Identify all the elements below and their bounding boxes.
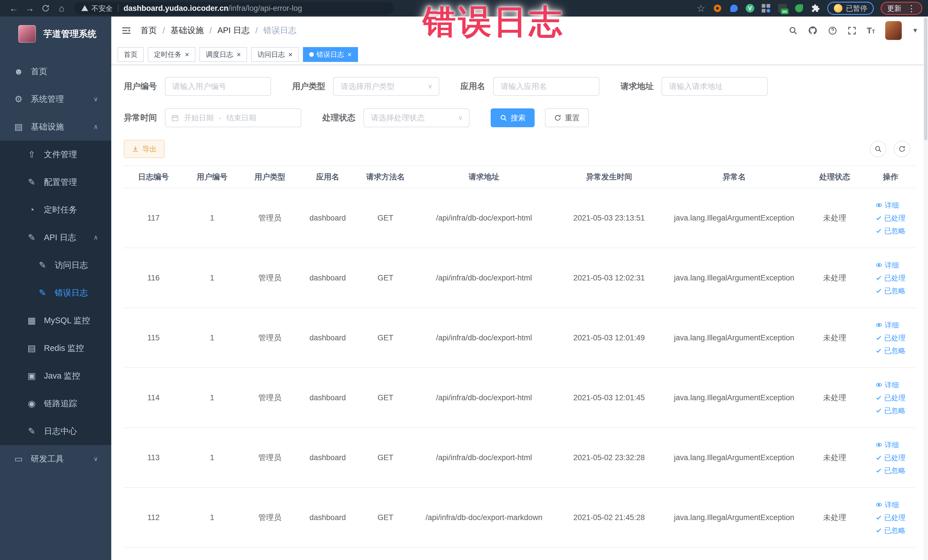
error-log-table: 日志编号用户编号用户类型应用名请求方法名请求地址异常发生时间异常名处理状态操作 … [124, 165, 916, 548]
address-bar[interactable]: 不安全 dashboard.yudao.iocoder.cn/infra/log… [74, 2, 394, 15]
end-date-placeholder[interactable]: 结束日期 [226, 113, 256, 123]
export-button[interactable]: 导出 [124, 140, 165, 158]
action-ignored-link[interactable]: 已忽略 [876, 466, 905, 475]
breadcrumb-item[interactable]: 基础设施 [171, 25, 204, 36]
action-processed-link[interactable]: 已处理 [876, 333, 905, 343]
breadcrumb-item[interactable]: 首页 [140, 25, 157, 36]
sidebar-item-file[interactable]: ⇧文件管理 [0, 140, 111, 168]
extension-donut-icon[interactable] [713, 3, 722, 13]
sidebar-item-java[interactable]: ▣Java 监控 [0, 362, 111, 390]
close-icon[interactable]: × [237, 51, 241, 58]
user-id-input[interactable] [165, 77, 271, 96]
help-icon[interactable] [828, 26, 837, 35]
collapse-sidebar-icon[interactable] [121, 25, 132, 36]
extension-grid-icon[interactable] [761, 3, 771, 13]
action-processed-link[interactable]: 已处理 [876, 393, 905, 403]
extensions-puzzle-icon[interactable] [811, 3, 820, 13]
fullscreen-icon[interactable] [847, 26, 856, 35]
sidebar-logo[interactable]: 芋道管理系统 [0, 17, 111, 50]
request-url-input[interactable] [662, 77, 768, 96]
refresh-table-button[interactable] [894, 140, 910, 157]
column-header: 处理状态 [804, 166, 865, 188]
tab-错误日志[interactable]: 错误日志× [303, 47, 358, 62]
browser-update-button[interactable]: 更新 ⋮ [881, 2, 922, 15]
action-detail-link[interactable]: 详细 [876, 440, 905, 450]
security-chip[interactable]: 不安全 [81, 4, 113, 13]
action-detail-link[interactable]: 详细 [876, 500, 905, 510]
sidebar-item-label: 访问日志 [55, 259, 88, 271]
sidebar-item-dev-tools[interactable]: ▭研发工具∨ [0, 445, 111, 473]
action-detail-link[interactable]: 详细 [876, 320, 905, 330]
extension-leaf-icon[interactable] [794, 3, 804, 13]
tab-定时任务[interactable]: 定时任务× [148, 47, 195, 62]
action-ignored-link[interactable]: 已忽略 [876, 286, 905, 296]
extension-shield-icon[interactable] [729, 3, 739, 13]
filter-process-status: 处理状态 请选择处理状态 ∨ [322, 108, 470, 127]
action-ignored-link[interactable]: 已忽略 [876, 526, 905, 535]
search-button[interactable]: 搜索 [491, 108, 534, 127]
action-ignored-link[interactable]: 已忽略 [876, 226, 905, 236]
font-size-icon[interactable]: TT [867, 26, 875, 35]
forward-icon[interactable]: → [22, 2, 38, 15]
sidebar-item-log-center[interactable]: ✎日志中心 [0, 417, 111, 445]
sidebar-item-label: Redis 监控 [44, 343, 84, 354]
app-name-cell: dashboard [299, 428, 357, 488]
reset-button[interactable]: 重置 [545, 108, 589, 127]
action-detail-link[interactable]: 详细 [876, 261, 905, 270]
action-processed-link[interactable]: 已处理 [876, 273, 905, 283]
action-detail-link[interactable]: 详细 [876, 380, 905, 390]
request-url-cell: /api/infra/db-doc/export-markdown [414, 488, 553, 548]
action-processed-link[interactable]: 已处理 [876, 214, 905, 223]
user-type-select[interactable]: 请选择用户类型 ∨ [333, 77, 439, 96]
start-date-placeholder[interactable]: 开始日期 [184, 113, 214, 123]
close-icon[interactable]: × [185, 51, 189, 58]
action-label: 已处理 [884, 513, 905, 522]
calendar-icon [171, 114, 179, 122]
sidebar-item-error-log[interactable]: ✎错误日志 [0, 279, 111, 307]
date-range-picker[interactable]: 开始日期 - 结束日期 [165, 108, 301, 127]
process-status-select[interactable]: 请选择处理状态 ∨ [363, 108, 470, 127]
sidebar-item-config[interactable]: ✎配置管理 [0, 168, 111, 196]
extension-switch-on-icon[interactable]: on [778, 3, 788, 13]
extension-vue-devtools-icon[interactable]: V [746, 4, 754, 12]
operations-cell: 详细已处理已忽略 [865, 188, 916, 248]
action-ignored-link[interactable]: 已忽略 [876, 346, 905, 356]
sidebar-item-redis[interactable]: ▤Redis 监控 [0, 334, 111, 362]
sidebar-item-infra[interactable]: ▤基础设施∧ [0, 113, 111, 140]
profile-paused-badge[interactable]: 已暂停 [827, 2, 874, 15]
close-icon[interactable]: × [348, 51, 352, 58]
sidebar-item-mysql[interactable]: ▦MySQL 监控 [0, 307, 111, 334]
sidebar-item-job[interactable]: ◔定时任务 [0, 196, 111, 224]
app-logo-image [18, 25, 36, 43]
toggle-search-button[interactable] [870, 140, 886, 157]
page-scrollbar[interactable] [923, 17, 928, 560]
kebab-menu-icon[interactable]: ⋮ [907, 3, 916, 14]
sidebar-item-label: MySQL 监控 [44, 315, 90, 327]
sidebar-item-system[interactable]: ⚙系统管理∨ [0, 85, 111, 113]
sidebar-item-api-log[interactable]: ✎API 日志∧ [0, 224, 111, 251]
user-caret-down-icon[interactable]: ▼ [912, 27, 918, 34]
back-icon[interactable]: ← [6, 2, 22, 15]
chevron-up-icon: ∧ [93, 233, 98, 241]
close-icon[interactable]: × [288, 51, 292, 58]
breadcrumb-item[interactable]: API 日志 [217, 25, 250, 36]
sidebar-item-tracer[interactable]: ◉链路追踪 [0, 390, 111, 417]
github-icon[interactable] [808, 26, 818, 35]
reload-icon[interactable] [38, 2, 53, 15]
action-ignored-link[interactable]: 已忽略 [876, 406, 905, 415]
method-cell: GET [357, 488, 415, 548]
sidebar-item-home[interactable]: ☻首页 [0, 58, 111, 85]
sidebar-item-access-log[interactable]: ✎访问日志 [0, 251, 111, 279]
home-icon[interactable]: ⌂ [53, 2, 70, 15]
tab-访问日志[interactable]: 访问日志× [251, 47, 299, 62]
scrollbar-thumb[interactable] [924, 18, 927, 140]
action-processed-link[interactable]: 已处理 [876, 453, 905, 462]
search-icon[interactable] [789, 26, 798, 35]
user-avatar[interactable] [885, 21, 902, 40]
tab-调度日志[interactable]: 调度日志× [199, 47, 247, 62]
bookmark-star-icon[interactable]: ☆ [696, 3, 706, 13]
action-processed-link[interactable]: 已处理 [876, 513, 905, 522]
tab-首页[interactable]: 首页 [118, 47, 144, 62]
action-detail-link[interactable]: 详细 [876, 201, 905, 210]
app-name-input[interactable] [493, 77, 599, 96]
